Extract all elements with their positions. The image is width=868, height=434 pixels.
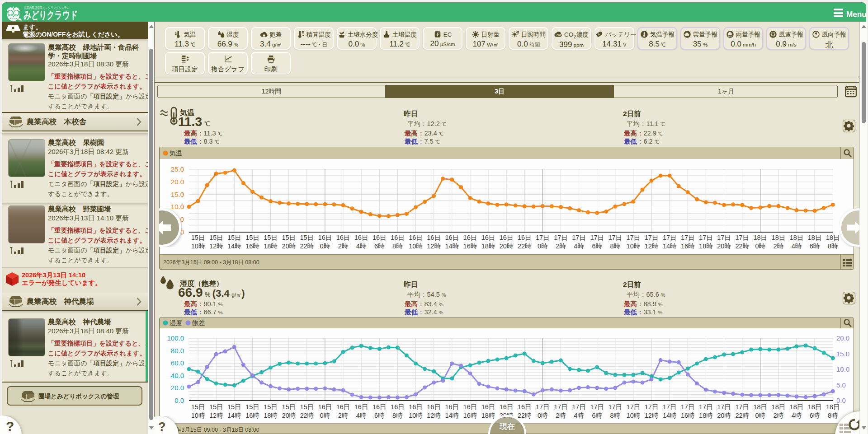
svg-text:4時: 4時: [356, 412, 367, 419]
svg-text:15日: 15日: [227, 234, 241, 241]
svg-text:4時: 4時: [356, 243, 367, 250]
svg-text:16日: 16日: [445, 403, 459, 411]
svg-text:12時: 12時: [209, 243, 223, 250]
svg-text:18日: 18日: [753, 403, 767, 411]
svg-text:16時: 16時: [463, 412, 477, 419]
svg-text:CO2: CO2: [557, 34, 561, 37]
svg-text:2026年3月15日 09:00 - 3月18日 08:00: 2026年3月15日 09:00 - 3月18日 08:00: [163, 259, 259, 266]
svg-text:20時: 20時: [282, 412, 296, 419]
svg-text:18時: 18時: [264, 243, 278, 250]
svg-text:16日: 16日: [481, 403, 495, 411]
svg-text:8時: 8時: [610, 243, 621, 250]
svg-text:12時: 12時: [645, 412, 659, 419]
svg-text:0時: 0時: [320, 243, 330, 250]
svg-text:60.0: 60.0: [171, 359, 184, 367]
svg-text:14時: 14時: [445, 243, 459, 250]
svg-text:18日: 18日: [790, 234, 804, 241]
svg-text:100.0: 100.0: [167, 334, 184, 342]
svg-text:14時: 14時: [227, 243, 241, 250]
svg-text:0時: 0時: [755, 412, 766, 419]
svg-text:17日: 17日: [717, 234, 731, 241]
svg-text:17日: 17日: [536, 403, 550, 411]
svg-text:6時: 6時: [374, 243, 385, 250]
svg-text:16日: 16日: [463, 403, 477, 411]
svg-text:8時: 8時: [392, 243, 403, 250]
svg-text:12時: 12時: [209, 412, 223, 419]
svg-text:18日: 18日: [753, 234, 767, 241]
svg-text:15.0: 15.0: [836, 350, 849, 358]
svg-text:6時: 6時: [374, 412, 385, 419]
svg-text:16日: 16日: [318, 234, 332, 241]
svg-text:16時: 16時: [245, 412, 259, 419]
svg-text:17日: 17日: [590, 234, 604, 241]
svg-text:22時: 22時: [735, 412, 749, 419]
svg-text:80.0: 80.0: [171, 347, 184, 355]
svg-text:2時: 2時: [774, 412, 784, 419]
svg-text:17日: 17日: [536, 234, 550, 241]
svg-text:18日: 18日: [772, 234, 786, 241]
svg-text:16日: 16日: [427, 403, 441, 411]
svg-text:17日: 17日: [554, 234, 568, 241]
svg-text:22時: 22時: [300, 412, 314, 419]
svg-text:16日: 16日: [391, 403, 405, 411]
svg-text:18時: 18時: [481, 243, 495, 250]
svg-text:0時: 0時: [755, 243, 766, 250]
svg-text:22時: 22時: [735, 243, 749, 250]
svg-text:10時: 10時: [191, 412, 205, 419]
svg-text:20.0: 20.0: [171, 384, 184, 392]
svg-text:16日: 16日: [518, 234, 532, 241]
svg-text:17日: 17日: [681, 403, 695, 411]
svg-text:18日: 18日: [772, 403, 786, 411]
svg-text:15日: 15日: [209, 234, 223, 241]
svg-text:15日: 15日: [191, 403, 205, 411]
svg-text:4時: 4時: [792, 412, 802, 419]
svg-text:40.0: 40.0: [171, 372, 184, 379]
svg-text:10.0: 10.0: [836, 365, 849, 373]
svg-text:17日: 17日: [627, 234, 641, 241]
svg-text:15日: 15日: [209, 403, 223, 411]
svg-text:16日: 16日: [354, 403, 368, 411]
svg-text:16日: 16日: [373, 403, 387, 411]
svg-text:2時: 2時: [556, 243, 566, 250]
svg-text:EC: EC: [439, 32, 442, 34]
svg-text:14時: 14時: [663, 412, 677, 419]
svg-text:12時: 12時: [427, 412, 441, 419]
svg-text:12時: 12時: [645, 243, 659, 250]
svg-text:16日: 16日: [409, 234, 423, 241]
svg-text:4時: 4時: [574, 412, 584, 419]
svg-text:17日: 17日: [645, 403, 659, 411]
svg-text:20時: 20時: [282, 243, 296, 250]
svg-text:12時: 12時: [427, 243, 441, 250]
svg-text:14時: 14時: [663, 243, 677, 250]
svg-text:17日: 17日: [572, 234, 586, 241]
svg-text:6時: 6時: [810, 412, 820, 419]
svg-text:17日: 17日: [590, 403, 604, 411]
svg-text:17日: 17日: [735, 403, 749, 411]
svg-text:17日: 17日: [572, 403, 586, 411]
svg-text:16時: 16時: [681, 412, 695, 419]
svg-text:15日: 15日: [245, 403, 259, 411]
svg-text:17日: 17日: [608, 234, 622, 241]
svg-text:2時: 2時: [774, 243, 784, 250]
svg-text:16日: 16日: [373, 234, 387, 241]
svg-text:16日: 16日: [518, 403, 532, 411]
svg-text:4時: 4時: [792, 243, 802, 250]
svg-text:16日: 16日: [500, 403, 514, 411]
svg-text:6時: 6時: [810, 243, 820, 250]
svg-text:湿度: 湿度: [170, 319, 182, 327]
svg-text:18日: 18日: [826, 234, 840, 241]
svg-text:16日: 16日: [427, 234, 441, 241]
svg-text:22時: 22時: [300, 243, 314, 250]
svg-text:16日: 16日: [481, 234, 495, 241]
svg-text:8時: 8時: [610, 412, 621, 419]
svg-text:20時: 20時: [717, 243, 731, 250]
svg-text:18時: 18時: [699, 412, 713, 419]
svg-text:0.0: 0.0: [175, 397, 184, 404]
svg-text:18日: 18日: [808, 234, 822, 241]
svg-text:16日: 16日: [463, 234, 477, 241]
svg-text:15日: 15日: [282, 403, 296, 411]
svg-text:16日: 16日: [318, 403, 332, 411]
svg-text:16日: 16日: [336, 234, 350, 241]
svg-text:15.0: 15.0: [171, 191, 184, 198]
svg-text:10時: 10時: [409, 243, 423, 250]
